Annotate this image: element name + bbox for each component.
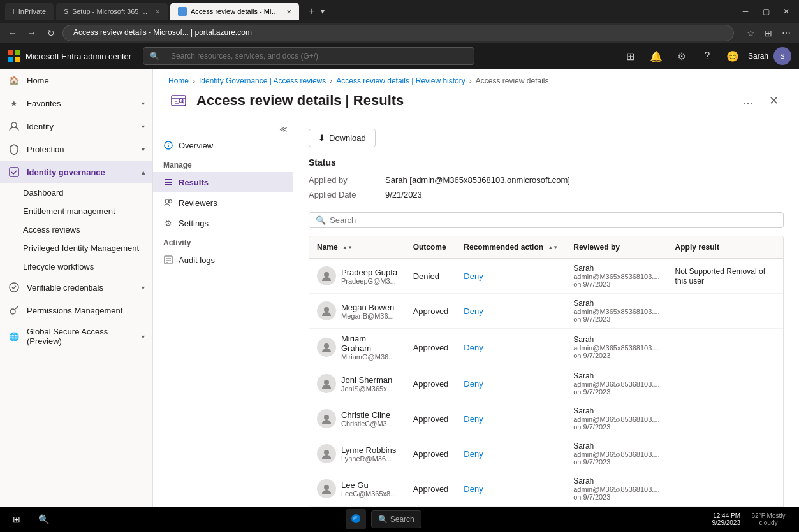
- sidebar-item-identity-governance[interactable]: Identity governance ▴: [0, 161, 152, 183]
- cell-outcome-5: Approved: [406, 436, 457, 471]
- user-avatar-icon-3: [321, 378, 332, 389]
- sidebar-sub-item-pim[interactable]: Privileged Identity Management: [0, 239, 152, 257]
- panel-item-reviewers[interactable]: Reviewers: [153, 192, 293, 213]
- cell-apply-result-3: [668, 366, 783, 401]
- user-cell-3: Joni Sherman JoniS@M365x...: [317, 374, 398, 393]
- breadcrumb-home[interactable]: Home: [168, 76, 189, 85]
- deny-link-1[interactable]: Deny: [464, 306, 483, 316]
- panel-item-results[interactable]: Results: [153, 172, 293, 192]
- start-button[interactable]: ⊞: [5, 508, 28, 531]
- tab-dropdown-button[interactable]: ▾: [321, 7, 325, 16]
- search-taskbar-button[interactable]: 🔍: [32, 508, 55, 531]
- tab-inprivate[interactable]: I InPrivate: [5, 3, 54, 20]
- breadcrumb-identity-governance[interactable]: Identity Governance | Access reviews: [199, 76, 326, 85]
- notifications-button[interactable]: 🔔: [646, 46, 666, 66]
- tab-close-setup[interactable]: ✕: [155, 8, 160, 15]
- cell-recommended-action-0: Deny: [456, 259, 566, 294]
- sidebar-item-favorites[interactable]: ★ Favorites ▾: [0, 92, 152, 115]
- panel-item-overview[interactable]: Overview: [153, 135, 293, 155]
- address-bar[interactable]: Access review details - Microsof... | po…: [62, 25, 734, 41]
- portal-menu-button[interactable]: ⊞: [620, 46, 641, 66]
- overview-label: Overview: [179, 141, 213, 150]
- reviewed-email-4: admin@M365x85368103....: [573, 415, 659, 423]
- sidebar-item-home[interactable]: 🏠 Home: [0, 69, 152, 92]
- svg-rect-0: [8, 50, 13, 55]
- svg-rect-3: [15, 57, 20, 62]
- search-input[interactable]: [330, 215, 777, 225]
- tab-setup[interactable]: S Setup - Microsoft 365 admin c... ✕: [56, 3, 168, 20]
- new-tab-button[interactable]: +: [304, 4, 319, 19]
- tab-access-review[interactable]: Access review details - Microsof... ✕: [170, 3, 299, 20]
- reviewed-email-0: admin@M365x85368103....: [573, 273, 659, 280]
- sidebar-item-global-secure-access[interactable]: 🌐 Global Secure Access (Preview) ▾: [0, 322, 152, 351]
- restore-button[interactable]: ▢: [758, 4, 773, 19]
- panel-item-settings[interactable]: ⚙ Settings: [153, 213, 293, 233]
- svg-rect-8: [172, 96, 186, 106]
- back-button[interactable]: ←: [5, 25, 20, 41]
- minimize-button[interactable]: ─: [738, 4, 753, 19]
- favorites-icon: ★: [8, 97, 20, 110]
- table-row: Joni Sherman JoniS@M365x... Approved Den…: [309, 366, 783, 401]
- microsoft-logo-icon: [8, 50, 20, 62]
- close-page-button[interactable]: ✕: [763, 90, 784, 111]
- applied-by-row: Applied by Sarah [admin@M365x85368103.on…: [309, 173, 784, 187]
- col-recommended-action: Recommended action ▲▼: [456, 236, 566, 259]
- name-sort-icon[interactable]: ▲▼: [342, 245, 353, 250]
- close-window-button[interactable]: ✕: [779, 4, 794, 19]
- sidebar-item-protection[interactable]: Protection ▾: [0, 138, 152, 161]
- deny-link-5[interactable]: Deny: [464, 449, 483, 459]
- deny-link-0[interactable]: Deny: [464, 271, 483, 281]
- cell-outcome-3: Approved: [406, 366, 457, 401]
- sidebar-item-identity[interactable]: Identity ▾: [0, 115, 152, 138]
- reviewed-email-3: admin@M365x85368103....: [573, 380, 659, 388]
- svg-rect-5: [10, 168, 18, 176]
- sidebar-sub-item-access-reviews[interactable]: Access reviews: [0, 220, 152, 239]
- refresh-button[interactable]: ↻: [43, 25, 59, 41]
- feedback-button[interactable]: 😊: [722, 46, 743, 66]
- more-options-button[interactable]: ...: [738, 90, 758, 111]
- user-email-0: PradeepG@M3...: [341, 277, 397, 285]
- recommended-action-sort-icon[interactable]: ▲▼: [548, 245, 558, 250]
- sidebar-sub-item-lifecycle-workflows[interactable]: Lifecycle workflows: [0, 257, 152, 276]
- table-header-row: Name ▲▼ Outcome Recommended action ▲▼: [309, 236, 783, 259]
- reviewed-date-4: on 9/7/2023: [573, 423, 659, 431]
- user-avatar-sm-5: [317, 444, 336, 463]
- deny-link-4[interactable]: Deny: [464, 414, 483, 424]
- panel-item-audit-logs[interactable]: Audit logs: [153, 250, 293, 270]
- sidebar-sub-item-entitlement-management[interactable]: Entitlement management: [0, 202, 152, 220]
- cell-recommended-action-1: Deny: [456, 294, 566, 329]
- tab-close-access-review[interactable]: ✕: [286, 8, 291, 15]
- breadcrumb-access-review-history[interactable]: Access review details | Review history: [336, 76, 465, 85]
- sidebar-item-verifiable-credentials[interactable]: Verifiable credentials ▾: [0, 276, 152, 299]
- svg-point-7: [10, 309, 15, 314]
- left-panel: ≪ Overview Manage Results: [153, 119, 293, 532]
- deny-link-6[interactable]: Deny: [464, 484, 483, 494]
- deny-link-3[interactable]: Deny: [464, 379, 483, 389]
- help-button[interactable]: ?: [697, 46, 717, 66]
- sidebar-label-permissions-management: Permissions Management: [27, 306, 145, 315]
- extensions-button[interactable]: ⊞: [761, 25, 776, 41]
- taskbar-search-bar[interactable]: 🔍 Search: [371, 510, 421, 528]
- identity-governance-chevron-icon: ▴: [142, 169, 145, 176]
- sidebar-sub-item-dashboard[interactable]: Dashboard: [0, 183, 152, 202]
- protection-icon: [8, 143, 20, 155]
- sidebar-item-permissions-management[interactable]: Permissions Management: [0, 299, 152, 322]
- cell-recommended-action-3: Deny: [456, 366, 566, 401]
- browser-menu-button[interactable]: ⋯: [779, 25, 794, 41]
- deny-link-2[interactable]: Deny: [464, 343, 483, 352]
- taskbar-edge-button[interactable]: [346, 509, 366, 529]
- app-search-input[interactable]: [163, 48, 467, 64]
- left-panel-collapse-button[interactable]: ≪: [279, 125, 288, 134]
- sidebar: 🏠 Home ★ Favorites ▾ Identity ▾ Protecti…: [0, 69, 153, 532]
- reviewed-email-6: admin@M365x85368103....: [573, 485, 659, 493]
- applied-by-label: Applied by: [309, 175, 385, 185]
- dashboard-label: Dashboard: [23, 188, 64, 198]
- download-button[interactable]: ⬇ Download: [309, 129, 376, 147]
- user-email-2: MiriamG@M36...: [341, 353, 398, 361]
- favorites-nav-button[interactable]: ☆: [743, 25, 758, 41]
- reviewed-name-6: Sarah: [573, 477, 659, 485]
- user-avatar[interactable]: S: [773, 47, 791, 65]
- forward-button[interactable]: →: [24, 25, 40, 41]
- breadcrumb-current: Access review details: [476, 76, 549, 85]
- settings-button[interactable]: ⚙: [671, 46, 692, 66]
